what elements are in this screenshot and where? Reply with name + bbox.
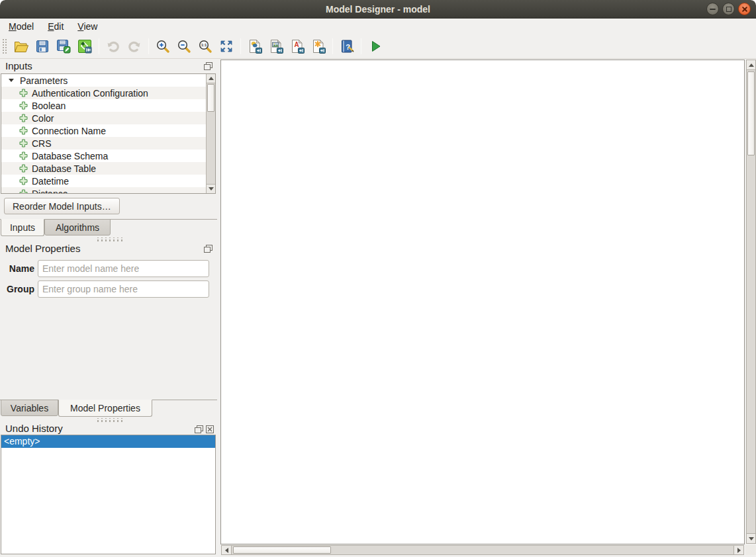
zoom-out-button[interactable] xyxy=(173,36,195,57)
parameter-item[interactable]: Authentication Configuration xyxy=(1,87,206,99)
open-model-button[interactable] xyxy=(11,36,32,57)
titlebar[interactable]: Model Designer - model xyxy=(0,0,756,19)
add-parameter-icon xyxy=(1,151,32,160)
undo-button[interactable] xyxy=(103,36,124,57)
variables-properties-tabbar: Variables Model Properties xyxy=(0,400,217,417)
menu-bar: Model Edit View xyxy=(0,19,756,34)
undo-history-item[interactable]: <empty> xyxy=(1,435,215,448)
scroll-down-arrow[interactable] xyxy=(747,533,755,543)
toolbar-separator xyxy=(148,38,149,54)
left-panel: Inputs Parameters xyxy=(0,59,217,557)
help-button[interactable]: ? xyxy=(336,36,357,57)
tree-root-label: Parameters xyxy=(20,75,68,86)
svg-text:?: ? xyxy=(346,43,350,51)
parameter-label: Distance xyxy=(32,189,68,194)
tab-model-properties[interactable]: Model Properties xyxy=(58,400,152,417)
zoom-in-button[interactable] xyxy=(152,36,173,57)
export-svg-button[interactable] xyxy=(308,36,329,57)
toolbar-separator xyxy=(361,38,361,54)
close-button[interactable] xyxy=(738,3,751,15)
reorder-model-inputs-button[interactable]: Reorder Model Inputs… xyxy=(4,198,120,214)
zoom-in-icon xyxy=(155,38,171,54)
export-python-icon xyxy=(247,38,263,54)
parameter-label: Connection Name xyxy=(32,126,106,136)
add-parameter-icon xyxy=(1,164,32,173)
export-pdf-icon: A xyxy=(289,38,305,54)
parameter-label: Boolean xyxy=(32,101,66,111)
toolbar-separator xyxy=(332,38,333,54)
float-panel-icon xyxy=(204,245,213,253)
export-image-icon xyxy=(268,38,284,54)
add-parameter-icon xyxy=(1,139,32,148)
inputs-tree-scrollbar[interactable] xyxy=(206,74,215,193)
scroll-up-arrow[interactable] xyxy=(207,74,215,83)
undo-history-float-button[interactable] xyxy=(194,425,204,434)
toolbar-drag-handle[interactable] xyxy=(1,38,7,55)
tree-item-parameters[interactable]: Parameters xyxy=(1,74,206,87)
model-properties-float-button[interactable] xyxy=(203,244,213,253)
scroll-up-arrow[interactable] xyxy=(747,60,755,70)
save-as-icon xyxy=(56,38,71,54)
export-python-button[interactable] xyxy=(244,36,265,57)
canvas-vertical-scrollbar[interactable] xyxy=(746,60,756,544)
parameter-item[interactable]: Database Table xyxy=(1,162,206,175)
inputs-tree: Parameters Authentication Configuration xyxy=(1,73,216,194)
tab-inputs[interactable]: Inputs xyxy=(1,219,44,236)
parameter-label: Datetime xyxy=(32,176,69,187)
tab-algorithms[interactable]: Algorithms xyxy=(44,219,111,236)
model-canvas[interactable] xyxy=(220,60,745,544)
group-label: Group xyxy=(0,280,34,298)
model-group-input[interactable] xyxy=(38,280,209,298)
parameter-item[interactable]: CRS xyxy=(1,137,206,150)
run-model-button[interactable] xyxy=(365,36,386,57)
menu-edit[interactable]: Edit xyxy=(46,21,66,32)
parameter-item[interactable]: Datetime xyxy=(1,175,206,187)
zoom-full-button[interactable] xyxy=(216,36,237,57)
undo-history-list: <empty> xyxy=(1,435,216,554)
parameter-item[interactable]: Color xyxy=(1,112,206,124)
save-model-as-button[interactable] xyxy=(53,36,74,57)
scroll-right-arrow[interactable] xyxy=(733,546,743,554)
parameter-item[interactable]: Distance xyxy=(1,187,206,194)
inputs-float-button[interactable] xyxy=(203,62,213,71)
inputs-algorithms-tabbar: Inputs Algorithms xyxy=(0,219,217,237)
undo-history-close-button[interactable] xyxy=(205,425,214,434)
canvas-area xyxy=(220,60,756,557)
scrollbar-thumb[interactable] xyxy=(747,71,755,155)
parameter-item[interactable]: Boolean xyxy=(1,99,206,112)
maximize-button[interactable] xyxy=(722,3,735,15)
parameter-label: Database Schema xyxy=(32,151,108,161)
parameter-item[interactable]: Connection Name xyxy=(1,124,206,137)
splitter-handle[interactable] xyxy=(95,418,122,423)
minimize-icon xyxy=(710,9,716,10)
add-parameter-icon xyxy=(1,114,32,122)
minimize-button[interactable] xyxy=(706,3,719,15)
zoom-actual-size-button[interactable]: 1:1 xyxy=(195,36,216,57)
splitter-handle[interactable] xyxy=(95,237,122,242)
scrollbar-thumb[interactable] xyxy=(207,84,214,112)
export-pdf-button[interactable]: A xyxy=(287,36,308,57)
scrollbar-thumb[interactable] xyxy=(233,546,331,554)
scroll-down-arrow[interactable] xyxy=(207,184,215,193)
menu-view[interactable]: View xyxy=(75,21,99,32)
parameter-item[interactable]: Database Schema xyxy=(1,150,206,162)
parameter-label: Color xyxy=(32,113,54,124)
undo-icon xyxy=(105,38,121,54)
save-model-in-project-button[interactable] xyxy=(74,36,95,57)
parameter-label: Authentication Configuration xyxy=(32,88,148,99)
tab-variables[interactable]: Variables xyxy=(1,400,58,416)
model-name-input[interactable] xyxy=(38,260,209,277)
canvas-horizontal-scrollbar[interactable] xyxy=(221,545,744,555)
model-in-project-icon xyxy=(77,38,93,54)
parameter-label: CRS xyxy=(32,138,52,149)
save-model-button[interactable] xyxy=(32,36,53,57)
expander-icon[interactable] xyxy=(9,79,14,82)
export-image-button[interactable] xyxy=(265,36,287,57)
window-title: Model Designer - model xyxy=(326,4,430,15)
add-parameter-icon xyxy=(1,126,32,135)
parameter-list: Authentication Configuration Boolean xyxy=(1,87,206,194)
window-controls xyxy=(706,3,751,15)
scroll-left-arrow[interactable] xyxy=(222,546,232,554)
redo-button[interactable] xyxy=(124,36,145,57)
menu-model[interactable]: Model xyxy=(7,21,36,32)
